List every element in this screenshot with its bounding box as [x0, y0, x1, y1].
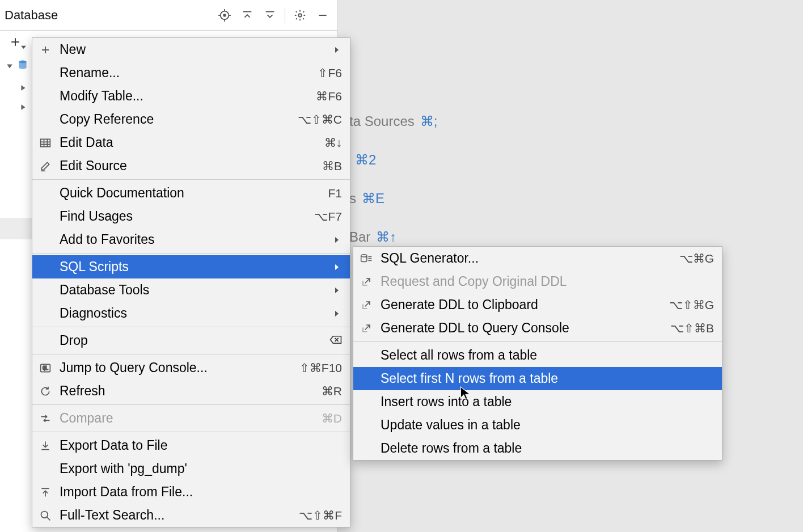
menu-item[interactable]: Generate DDL to Clipboard⌥⇧⌘G	[353, 293, 722, 316]
svg-marker-29	[335, 311, 339, 316]
menu-separator	[32, 253, 350, 254]
menu-item-label: SQL Scripts	[60, 259, 318, 275]
menu-separator	[32, 327, 350, 327]
menu-shortcut: ⌥⇧⌘G	[669, 298, 714, 312]
svg-marker-12	[21, 46, 26, 49]
menu-item[interactable]: Import Data from File...	[32, 480, 350, 504]
menu-separator	[32, 404, 350, 405]
menu-item-label: Export Data to File	[60, 438, 342, 453]
menu-item[interactable]: Full-Text Search...⌥⇧⌘F	[32, 504, 350, 527]
menu-item[interactable]: Delete rows from a table	[353, 437, 722, 460]
menu-item[interactable]: Database Tools	[32, 278, 350, 302]
menu-item[interactable]: Copy Reference⌥⇧⌘C	[32, 108, 350, 131]
sidebar-title: Database	[3, 8, 213, 23]
menu-shortcut: F1	[328, 187, 342, 200]
menu-item[interactable]: Quick DocumentationF1	[32, 181, 350, 205]
menu-item[interactable]: Generate DDL to Query Console⌥⇧⌘B	[353, 316, 722, 340]
hint-item: s⌘E	[349, 179, 792, 218]
menu-item[interactable]: Edit Source⌘B	[32, 154, 350, 178]
menu-separator	[32, 432, 350, 432]
menu-item-label: New	[60, 42, 318, 57]
menu-item-label: Generate DDL to Query Console	[381, 320, 650, 336]
chevron-right-icon	[19, 105, 27, 113]
menu-item[interactable]: Select all rows from a table	[353, 344, 722, 367]
menu-shortcut: ⌥⇧⌘F	[299, 509, 342, 522]
svg-line-46	[365, 278, 370, 283]
target-icon[interactable]	[213, 4, 236, 27]
menu-item-label: Drop	[60, 333, 309, 348]
menu-item-label: Rename...	[60, 65, 297, 81]
menu-item[interactable]: Export Data to File	[32, 434, 350, 457]
menu-item[interactable]: Find Usages⌥F7	[32, 205, 350, 228]
svg-line-48	[365, 325, 370, 330]
delete-box-icon	[329, 334, 342, 348]
hint-item: ⌘2	[349, 141, 792, 179]
menu-item[interactable]: Insert rows into a table	[353, 390, 722, 413]
menu-item-label: Add to Favorites	[60, 232, 318, 247]
menu-shortcut: ⌥⇧⌘B	[670, 322, 714, 335]
svg-line-47	[365, 302, 370, 306]
menu-shortcut: ⌘R	[322, 385, 342, 398]
menu-item[interactable]: New	[32, 38, 350, 61]
external-icon	[359, 298, 374, 313]
menu-item-label: Quick Documentation	[60, 185, 307, 201]
menu-item-label: Compare	[60, 411, 301, 426]
hint-list: ta Sources⌘; ⌘2 s⌘E Bar⌘↑	[349, 102, 792, 256]
collapse-up-icon[interactable]	[236, 4, 259, 27]
svg-point-1	[223, 14, 226, 16]
svg-marker-15	[21, 85, 25, 91]
console-icon: QL	[38, 361, 53, 375]
menu-item[interactable]: Rename...⇧F6	[32, 61, 350, 85]
menu-item[interactable]: Add to Favorites	[32, 228, 350, 251]
database-icon	[17, 59, 28, 74]
menu-item[interactable]: SQL Generator...⌥⌘G	[353, 247, 722, 270]
menu-item[interactable]: Select first N rows from a table	[353, 367, 722, 390]
svg-marker-27	[335, 264, 339, 270]
menu-item-label: Database Tools	[60, 282, 318, 298]
external-icon	[359, 321, 374, 336]
menu-item[interactable]: Drop	[32, 329, 350, 352]
menu-item[interactable]: Edit Data⌘↓	[32, 131, 350, 154]
menu-separator	[32, 179, 350, 180]
menu-item[interactable]: Compare⌘D	[32, 407, 350, 430]
header-icons	[213, 4, 337, 27]
menu-item[interactable]: Export with 'pg_dump'	[32, 457, 350, 480]
export-icon	[38, 438, 53, 453]
menu-item[interactable]: Diagnostics	[32, 302, 350, 325]
svg-line-41	[47, 517, 50, 520]
menu-item-label: Modify Table...	[60, 88, 295, 104]
external-icon	[359, 275, 374, 289]
menu-item[interactable]: SQL Scripts	[32, 255, 350, 278]
collapse-down-icon[interactable]	[259, 4, 281, 27]
minimize-icon[interactable]	[311, 4, 334, 27]
refresh-icon	[38, 384, 53, 399]
svg-marker-13	[7, 64, 12, 68]
menu-item-label: Edit Source	[60, 158, 302, 174]
menu-item[interactable]: Update values in a table	[353, 413, 722, 437]
menu-item-label: Generate DDL to Clipboard	[381, 297, 649, 313]
svg-text:QL: QL	[43, 365, 48, 371]
svg-marker-16	[21, 104, 25, 110]
table-icon	[38, 136, 53, 150]
menu-item[interactable]: QLJump to Query Console...⇧⌘F10	[32, 356, 350, 379]
menu-item-label: Find Usages	[60, 209, 294, 224]
compare-icon	[38, 411, 53, 426]
svg-marker-28	[335, 288, 339, 293]
menu-shortcut: ⇧F6	[318, 66, 342, 80]
menu-item-label: Select all rows from a table	[381, 348, 714, 363]
svg-point-42	[361, 254, 367, 256]
menu-shortcut: ⌘B	[322, 159, 342, 173]
chevron-right-icon	[332, 309, 342, 319]
menu-item-label: Jump to Query Console...	[60, 360, 279, 375]
add-button[interactable]	[6, 33, 25, 50]
menu-item-label: Diagnostics	[60, 306, 318, 321]
svg-marker-19	[335, 47, 339, 53]
gear-icon[interactable]	[289, 4, 311, 27]
chevron-right-icon	[332, 285, 342, 295]
menu-shortcut: ⌥F7	[314, 210, 342, 223]
menu-item[interactable]: Refresh⌘R	[32, 379, 350, 403]
menu-item[interactable]: Request and Copy Original DDL	[353, 270, 722, 293]
chevron-right-icon	[332, 45, 342, 55]
menu-item[interactable]: Modify Table...⌘F6	[32, 85, 350, 108]
chevron-right-icon	[332, 262, 342, 272]
